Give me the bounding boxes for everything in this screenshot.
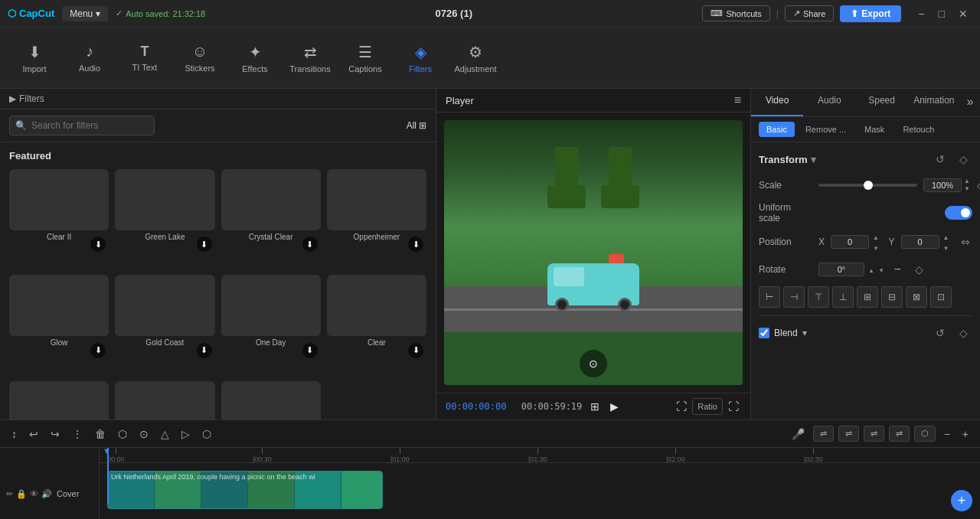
transform-reset-button[interactable]: ↺	[931, 150, 949, 168]
tl-split-audio-button[interactable]: ⇌	[838, 426, 859, 442]
align-center-h-button[interactable]: ⊣	[783, 286, 805, 308]
scale-down-button[interactable]: ▼	[963, 185, 971, 193]
search-input[interactable]	[9, 116, 155, 135]
rotate-keyframe-button[interactable]: ◇	[910, 260, 928, 279]
tl-merge-button[interactable]: ⇌	[889, 426, 910, 442]
tl-freeze-button[interactable]: ▷	[178, 426, 194, 442]
filter-card-green-lake[interactable]: ⬇ Green Lake	[115, 169, 214, 269]
share-button[interactable]: ↗ Share	[785, 5, 834, 21]
video-track[interactable]: Urk Netherlands April 2019, couple havin…	[107, 471, 383, 509]
tool-stickers[interactable]: ☺ Stickers	[173, 31, 227, 85]
blend-dropdown[interactable]: ▾	[802, 328, 807, 338]
track-audio-button[interactable]: 🔊	[41, 489, 52, 499]
pos-y-up[interactable]: ▲	[942, 234, 950, 242]
distribute-h-button[interactable]: ⊠	[906, 286, 927, 308]
tl-more-button[interactable]: ⬡	[198, 426, 215, 442]
track-visibility-button[interactable]: 👁	[30, 489, 38, 498]
tab-audio[interactable]: Audio	[803, 89, 855, 116]
tab-video[interactable]: Video	[751, 89, 803, 116]
tl-split-clip-button[interactable]: ⇌	[864, 426, 884, 442]
tl-split-button[interactable]: ⋮	[68, 426, 87, 442]
tool-effects[interactable]: ✦ Effects	[228, 31, 282, 85]
tl-zoom-in-button[interactable]: +	[959, 426, 972, 442]
close-button[interactable]: ✕	[954, 6, 972, 21]
add-track-button[interactable]: +	[951, 490, 972, 511]
tool-transitions[interactable]: ⇄ Transitions	[283, 31, 337, 85]
rotate-input[interactable]	[818, 263, 864, 276]
fullscreen-button[interactable]: ⛶	[726, 398, 741, 415]
download-glow[interactable]: ⬇	[90, 343, 106, 358]
ratio-button[interactable]: Ratio	[692, 398, 723, 415]
tab-animation[interactable]: Animation	[908, 89, 960, 116]
align-top-button[interactable]: ⊥	[832, 286, 854, 308]
pos-y-input[interactable]	[901, 235, 939, 249]
scale-keyframe-button[interactable]: ◇	[972, 176, 980, 194]
subtab-basic[interactable]: Basic	[759, 122, 795, 137]
tl-replace-button[interactable]: ⬡	[914, 426, 936, 442]
scale-input[interactable]	[923, 178, 962, 192]
uniform-scale-toggle[interactable]	[945, 206, 972, 220]
blend-reset-button[interactable]: ↺	[931, 324, 949, 342]
tl-delete-button[interactable]: 🗑	[91, 426, 109, 442]
track-edit-button[interactable]: ✏	[6, 489, 13, 499]
scale-slider[interactable]	[818, 184, 917, 187]
download-clear-ii[interactable]: ⬇	[90, 237, 106, 252]
filter-card-extra1[interactable]	[9, 381, 109, 420]
filter-card-extra2[interactable]	[115, 381, 214, 420]
filter-card-glow[interactable]: ⬇ Glow	[9, 275, 109, 374]
center-play-button[interactable]: ⊙	[580, 350, 607, 377]
subtab-mask[interactable]: Mask	[857, 122, 892, 137]
pos-y-down[interactable]: ▼	[942, 245, 950, 253]
minimize-button[interactable]: −	[913, 6, 929, 21]
distribute-v-button[interactable]: ⊡	[930, 286, 952, 308]
tl-crop-button[interactable]: ⬡	[114, 426, 131, 442]
blend-checkbox[interactable]	[759, 328, 769, 338]
tl-zoom-out-button[interactable]: −	[940, 426, 954, 442]
filter-card-clear-ii[interactable]: ⬇ Clear II	[9, 169, 109, 269]
filter-card-crystal-clear[interactable]: ⬇ Crystal Clear	[221, 169, 321, 269]
download-green-lake[interactable]: ⬇	[197, 237, 212, 252]
tl-select-tool[interactable]: ↕	[8, 426, 21, 442]
all-filters-button[interactable]: All ⊞	[407, 120, 426, 131]
align-center-v-button[interactable]: ⊞	[857, 286, 878, 308]
download-clear[interactable]: ⬇	[408, 343, 423, 358]
filter-card-one-day[interactable]: ⬇ One Day	[221, 275, 321, 374]
crop-button[interactable]: ⛶	[674, 398, 689, 415]
pos-x-input[interactable]	[831, 235, 869, 249]
rotate-down[interactable]: ▼	[877, 267, 885, 275]
rotate-minus-button[interactable]: −	[888, 260, 906, 279]
tool-text[interactable]: T TI Text	[118, 31, 172, 85]
scale-up-button[interactable]: ▲	[963, 178, 971, 185]
download-oppenheimer[interactable]: ⬇	[408, 237, 423, 252]
menu-button[interactable]: Menu ▾	[62, 6, 108, 21]
track-lock-button[interactable]: 🔒	[16, 489, 27, 499]
grid-view-button[interactable]: ⊞	[588, 398, 602, 415]
tl-mic-button[interactable]: 🎤	[788, 426, 808, 442]
tl-join-button[interactable]: ⇌	[813, 426, 834, 442]
tl-redo-button[interactable]: ↪	[47, 426, 64, 442]
export-button[interactable]: ⬆ Export	[840, 5, 901, 22]
tab-speed[interactable]: Speed	[855, 89, 907, 116]
position-link-button[interactable]: ⇔	[959, 233, 972, 251]
tl-undo-button[interactable]: ↩	[25, 426, 42, 442]
tool-audio[interactable]: ♪ Audio	[63, 31, 116, 85]
align-right-button[interactable]: ⊤	[808, 286, 829, 308]
more-tabs-button[interactable]: »	[960, 89, 980, 116]
tl-rotate-button[interactable]: ⊙	[136, 426, 152, 442]
play-button[interactable]: ▶	[608, 398, 621, 415]
pos-x-up[interactable]: ▲	[872, 234, 880, 242]
rotate-up[interactable]: ▲	[867, 267, 875, 275]
filter-card-clear[interactable]: ⬇ Clear	[327, 275, 426, 374]
align-bottom-button[interactable]: ⊟	[881, 286, 903, 308]
tool-adjustment[interactable]: ⚙ Adjustment	[449, 31, 502, 85]
align-left-button[interactable]: ⊢	[759, 286, 780, 308]
blend-keyframe-button[interactable]: ◇	[954, 324, 972, 342]
shortcuts-button[interactable]: ⌨ Shortcuts	[702, 5, 769, 21]
download-gold-coast[interactable]: ⬇	[197, 343, 212, 358]
download-one-day[interactable]: ⬇	[302, 343, 318, 358]
subtab-remove-bg[interactable]: Remove ...	[798, 122, 854, 137]
filter-card-gold-coast[interactable]: ⬇ Gold Coast	[115, 275, 214, 374]
maximize-button[interactable]: □	[934, 6, 949, 21]
tool-captions[interactable]: ☰ Captions	[338, 31, 392, 85]
tool-filters[interactable]: ◈ Filters	[394, 31, 447, 85]
